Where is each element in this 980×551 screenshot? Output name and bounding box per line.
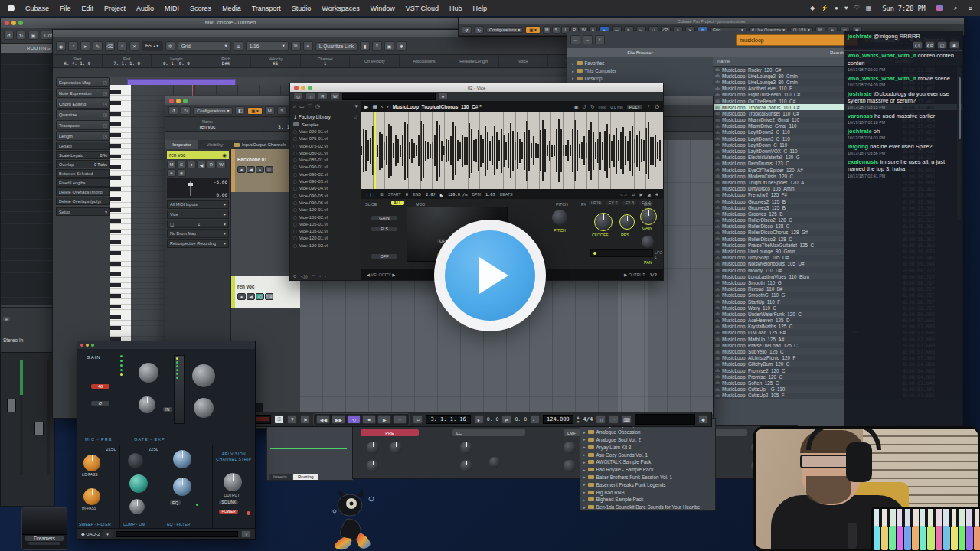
- ms-value[interactable]: 0.0 ms: [610, 105, 623, 109]
- output-selector[interactable]: ▶ OUTPUT: [624, 272, 645, 277]
- vice-file-item[interactable]: ▢ Vice-090-06.vl: [293, 199, 358, 206]
- library-label[interactable]: ↥ Factory Library: [293, 114, 331, 119]
- vice-file-item[interactable]: ▢ Vice-105-01.vl: [293, 220, 358, 227]
- freeze-button[interactable]: ⊔: [265, 166, 273, 173]
- loop-mode-icon[interactable]: ⊂⊃: [620, 192, 627, 197]
- tab-routing[interactable]: Routing: [293, 474, 318, 480]
- grid-icon[interactable]: ⊞: [380, 192, 383, 197]
- info-field[interactable]: Pitch D#6: [201, 55, 251, 67]
- routing-slot[interactable]: Vice▸: [167, 210, 229, 219]
- eq-knob[interactable]: [367, 442, 379, 454]
- preset-dropdown[interactable]: [342, 93, 436, 100]
- chat-message[interactable]: joshfrate @cloudology do you ever use sy…: [844, 89, 962, 111]
- chat-message[interactable]: exalemusic im sure he uses all. u just n…: [844, 157, 962, 179]
- gain-knob[interactable]: [640, 208, 657, 225]
- info-field[interactable]: Voice: [499, 55, 549, 67]
- play-button[interactable]: ▶: [377, 415, 391, 424]
- fls-button[interactable]: FLS: [371, 227, 397, 231]
- solo-editor-icon[interactable]: ◉: [56, 41, 66, 51]
- quantize-icon[interactable]: ⊞: [234, 41, 243, 51]
- read-button[interactable]: R: [207, 161, 216, 168]
- next-sample-icon[interactable]: ›: [387, 104, 388, 109]
- eraser-tool-icon[interactable]: ⌫: [105, 41, 115, 51]
- chat-message[interactable]: joshfrate oh 10/17/18 7:04:03 PM: [844, 126, 962, 142]
- spotlight-search-icon[interactable]: ⌕: [954, 4, 958, 12]
- notification-center-icon[interactable]: ≡: [969, 5, 972, 12]
- filter-knob[interactable]: [192, 364, 215, 387]
- solo-state-icon[interactable]: S: [277, 106, 287, 115]
- siri-icon[interactable]: [936, 5, 943, 11]
- tempo-stepper[interactable]: ▲▼: [577, 415, 580, 424]
- video-play-overlay[interactable]: [434, 220, 546, 331]
- mic-48v-button[interactable]: 48: [91, 384, 109, 389]
- undo-icon[interactable]: ↺: [4, 31, 14, 40]
- gear-icon[interactable]: ✱: [698, 415, 708, 424]
- inspector-section[interactable]: Note Expression◳: [56, 88, 110, 98]
- window-controls[interactable]: [5, 21, 23, 25]
- setup-row[interactable]: Setup▾: [56, 207, 110, 216]
- output-button[interactable]: 1/4: [265, 293, 273, 300]
- click-icon[interactable]: ◫: [596, 415, 606, 424]
- sample-folder-item[interactable]: ▸ Baker Brothers Funk Session Vol. 1: [583, 474, 712, 481]
- secondary-display[interactable]: 0. 0: [487, 416, 499, 422]
- redo-icon[interactable]: ↻: [181, 106, 191, 115]
- undo-icon[interactable]: ↺: [583, 104, 586, 110]
- sample-folder-item[interactable]: ▸ Analogue Soul Vol. 2: [583, 436, 712, 444]
- menu-item[interactable]: Hub: [449, 5, 462, 12]
- goto-start-button[interactable]: ◀◀: [316, 415, 330, 424]
- inspector-extra-row[interactable]: No Drum Map▾: [167, 229, 229, 238]
- edit-button[interactable]: e: [256, 166, 264, 173]
- status-icon[interactable]: ⚡: [821, 5, 828, 11]
- timesig-display[interactable]: 4/4: [583, 416, 593, 422]
- sample-folder-item[interactable]: ▸ Bighead Sample Pack: [583, 496, 712, 504]
- apple-menu-icon[interactable]: [8, 5, 15, 11]
- vice-file-item[interactable]: ▢ Vice-020-01.vl: [293, 128, 358, 135]
- menu-item[interactable]: Scores: [190, 5, 211, 12]
- vice-file-item[interactable]: ▢ Vice-100-02.vl: [293, 214, 358, 220]
- poly-button[interactable]: POLY: [627, 105, 642, 109]
- menu-item[interactable]: Cubase: [25, 5, 49, 12]
- eq-hi-knob[interactable]: [173, 450, 191, 468]
- column-header-name[interactable]: Name: [713, 59, 858, 64]
- inspector-row[interactable]: Between Selected: [56, 169, 110, 178]
- inspector-track-name[interactable]: ren voc◉: [167, 151, 229, 159]
- info-field[interactable]: Articulations: [400, 55, 449, 67]
- vice-file-item[interactable]: ▢ Vice-090-03.vl: [293, 178, 358, 184]
- menu-item[interactable]: Help: [473, 5, 488, 12]
- speaker-icon[interactable]: ◁)): [301, 273, 308, 279]
- input-button[interactable]: iQ: [256, 293, 264, 300]
- menu-item[interactable]: Project: [104, 5, 126, 12]
- undo-icon[interactable]: ↺: [168, 106, 178, 115]
- menu-item[interactable]: MIDI: [165, 5, 179, 12]
- menu-item[interactable]: File: [60, 5, 71, 12]
- event-colors-icon[interactable]: ▣: [384, 41, 394, 51]
- power-icon[interactable]: ⏻: [655, 104, 659, 110]
- favorites-icon[interactable]: ♡: [308, 103, 312, 109]
- lfo-slider[interactable]: [590, 249, 653, 257]
- fx-tab[interactable]: LP24: [589, 201, 603, 205]
- vice-file-item[interactable]: ▢ Vice-090-05.vl: [293, 192, 358, 199]
- solo-button[interactable]: S: [177, 161, 186, 168]
- goto-end-button[interactable]: ▶▶: [332, 415, 345, 424]
- play-button-disc[interactable]: [445, 230, 535, 321]
- slice-all-button[interactable]: ALL: [391, 201, 404, 205]
- browser-tree-item[interactable]: ▸ This Computer: [572, 67, 708, 75]
- start-value[interactable]: 0: [406, 192, 408, 197]
- menu-item[interactable]: Edit: [82, 5, 94, 12]
- exchange-icon[interactable]: ⇄: [501, 415, 511, 424]
- phase-button[interactable]: Ø: [91, 401, 109, 406]
- chat-scrollbar[interactable]: [959, 77, 961, 139]
- mute-button[interactable]: M: [167, 161, 176, 168]
- sample-folder-item[interactable]: ▸ Aso Cozy Sounds Vol. 1: [583, 451, 712, 458]
- quantize-link-button[interactable]: L Quantize Link: [315, 42, 358, 51]
- menu-icon[interactable]: ⋮: [646, 104, 652, 110]
- waveform-display[interactable]: [361, 112, 663, 189]
- fx-tab[interactable]: FX 2: [606, 201, 620, 205]
- sample-folder-item[interactable]: ▸ Basement Freaks Funk Legends: [583, 481, 712, 488]
- vice-file-item[interactable]: ▢ Vice-090-01.vl: [293, 164, 358, 171]
- snap-icon[interactable]: ◣: [440, 192, 443, 197]
- menu-item[interactable]: Studio: [292, 5, 312, 12]
- fader-handle[interactable]: [7, 399, 16, 412]
- end-value[interactable]: 2:07: [426, 192, 436, 197]
- record-button[interactable]: ○: [393, 415, 407, 424]
